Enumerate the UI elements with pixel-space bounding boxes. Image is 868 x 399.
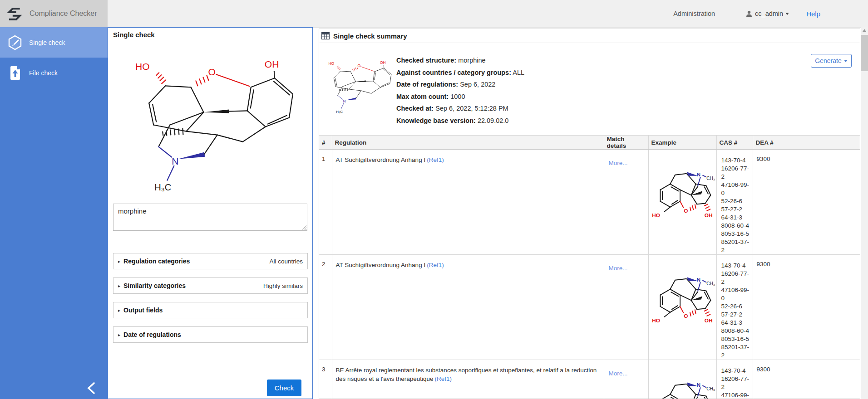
col-dea: DEA # [753,136,860,150]
col-match-details: Match details [604,136,648,150]
row-number: 2 [319,255,332,360]
sidebar-item-label: File check [29,69,58,77]
more-link[interactable]: More... [609,265,628,272]
summary-fields: Checked structure: morphine Against coun… [396,54,524,127]
table-header-row: # Regulation Match details Example CAS #… [319,136,860,150]
section-date-of-regulations[interactable]: ▸ Date of regulations [113,326,308,343]
single-check-summary-panel: Single check summary Checked structure: … [319,29,860,399]
col-num: # [319,136,332,150]
sidebar: Single check File check [0,27,108,399]
section-label: Date of regulations [123,331,181,338]
structure-name-input[interactable]: morphine [113,204,307,231]
chevron-down-icon [844,60,848,62]
section-label: Similarity categories [123,282,186,289]
app-logo-icon [5,4,23,24]
ref-link[interactable]: (Ref1) [427,262,444,268]
cas-cell: 143-70-4 16206-77-2 47106-99-0 52-26-6 5… [716,255,753,360]
chevron-left-icon [86,382,96,394]
section-similarity-categories[interactable]: ▸ Similarity categories Highly similars [113,277,308,294]
app-title: Compliance Checker [30,10,97,18]
chevron-right-icon: ▸ [118,283,120,288]
match-details-cell: More... [604,255,648,360]
table-row: 1 AT Suchtgiftverordnung Anhang I(Ref1) … [319,150,860,255]
summary-field: Knowledge base version: 22.09.02.0 [396,115,524,127]
sidebar-item-file-check[interactable]: File check [0,58,108,88]
file-check-icon [7,65,23,81]
ref-link[interactable]: (Ref1) [434,375,452,382]
match-details-cell: More... [604,360,648,399]
section-label: Output fields [123,307,163,314]
divider [113,377,308,377]
chevron-down-icon [785,13,789,15]
user-menu[interactable]: cc_admin [746,10,789,17]
structure-editor-canvas[interactable] [114,44,294,195]
section-regulation-categories[interactable]: ▸ Regulation categories All countries [113,253,308,269]
section-label: Regulation categories [123,258,190,265]
user-icon [746,10,752,17]
col-regulation: Regulation [332,136,604,150]
sidebar-item-single-check[interactable]: Single check [0,27,108,58]
scroll-up-icon[interactable] [863,29,866,32]
section-output-fields[interactable]: ▸ Output fields [113,302,308,318]
compliance-checker-app: HO O OH N H₃C [0,0,868,399]
morphine-structure-image [649,155,717,220]
summary-field: Against countries / category groups: ALL [396,67,524,79]
more-link[interactable]: More... [609,370,628,377]
table-row: 3 BE Arrête royal reglementant les subst… [319,360,860,399]
regulation-cell: AT Suchtgiftverordnung Anhang I(Ref1) [332,150,604,255]
morphine-structure-image [649,260,717,326]
dea-cell: 9300 [753,150,860,255]
chevron-right-icon: ▸ [118,332,120,337]
topbar: Compliance Checker Administration cc_adm… [0,0,868,27]
example-structure-cell [648,255,716,360]
cas-cell: 143-70-4 16206-77-2 47106-99-0 52-26-6 5… [716,360,753,399]
username-label: cc_admin [755,10,783,17]
regulation-cell: AT Suchtgiftverordnung Anhang I(Ref1) [332,255,604,360]
topbar-brand: Compliance Checker [0,0,108,27]
single-check-icon [7,34,23,51]
morphine-structure-image [320,54,392,114]
scrollbar-thumb[interactable] [861,35,868,71]
topbar-nav: Administration cc_admin Help [108,0,868,28]
summary-title: Single check summary [333,32,407,40]
table-icon [321,32,330,39]
dea-cell: 9300 [753,360,860,399]
example-structure-cell [648,150,716,255]
chevron-right-icon: ▸ [118,308,120,313]
check-button[interactable]: Check [267,380,301,396]
structure-name-field: morphine [113,204,307,231]
vertical-scrollbar[interactable] [861,27,868,399]
row-number: 3 [319,360,332,399]
summary-field: Max atom count: 1000 [396,91,524,103]
dea-cell: 9300 [753,255,860,360]
table-row: 2 AT Suchtgiftverordnung Anhang I(Ref1) … [319,255,860,360]
regulation-cell: BE Arrête royal reglementant les substan… [332,360,604,399]
generate-label: Generate [815,57,841,64]
sidebar-collapse-button[interactable] [86,382,96,396]
chevron-right-icon: ▸ [118,259,120,264]
summary-field: Checked structure: morphine [396,54,524,67]
col-cas: CAS # [716,136,753,150]
section-value: All countries [269,258,303,265]
morphine-structure-image [114,44,294,194]
panel-title: Single check [113,31,155,39]
sidebar-item-label: Single check [29,39,65,46]
single-check-panel: Single check morphine ▸ Regulation categ… [108,27,313,399]
checked-structure-thumbnail [320,54,392,114]
summary-header: Single check summary [319,29,860,43]
col-example: Example [648,136,716,150]
section-value: Highly similars [263,282,303,289]
row-number: 1 [319,150,332,255]
summary-field: Date of regulations: Sep 6, 2022 [396,78,524,91]
example-structure-cell [648,360,716,399]
summary-field: Checked at: Sep 6, 2022, 5:12:28 PM [396,102,524,115]
administration-link[interactable]: Administration [673,10,715,17]
divider [108,42,312,42]
morphine-structure-image [649,365,717,399]
help-link[interactable]: Help [806,10,820,18]
ref-link[interactable]: (Ref1) [427,156,444,163]
results-table: # Regulation Match details Example CAS #… [319,135,860,399]
match-details-cell: More... [604,150,648,255]
more-link[interactable]: More... [609,160,628,166]
generate-button[interactable]: Generate [811,54,852,68]
